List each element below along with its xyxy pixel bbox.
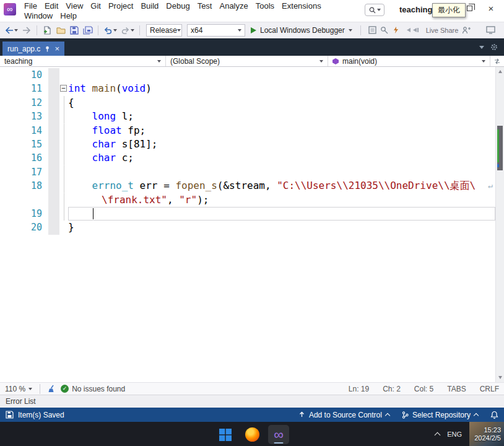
open-file-button[interactable] xyxy=(54,24,67,37)
code-line[interactable]: 16 char c; xyxy=(0,151,495,165)
close-button[interactable]: × xyxy=(478,0,504,17)
breakpoint-margin[interactable] xyxy=(48,110,59,123)
code-text[interactable]: errno_t err = fopen_s(&stream, "C:\\User… xyxy=(68,179,495,193)
code-text[interactable]: long l; xyxy=(68,110,495,123)
fold-collapse-icon[interactable]: − xyxy=(60,85,67,92)
code-line[interactable]: 13 long l; xyxy=(0,110,495,123)
code-cleanup-icon[interactable] xyxy=(48,385,56,393)
breakpoint-margin[interactable] xyxy=(48,82,59,95)
menu-extensions[interactable]: Extensions xyxy=(278,1,325,11)
breakpoint-margin[interactable] xyxy=(48,68,59,82)
code-text[interactable]: \frank.txt", "r"); xyxy=(68,193,495,207)
menu-project[interactable]: Project xyxy=(105,1,137,11)
tab-list-dropdown-icon[interactable] xyxy=(479,46,484,49)
indentation-indicator[interactable]: TABS xyxy=(447,385,466,393)
code-line[interactable]: 14 float fp; xyxy=(0,124,495,138)
live-share-icon[interactable] xyxy=(462,26,471,34)
menu-help[interactable]: Help xyxy=(56,11,80,21)
breakpoint-margin[interactable] xyxy=(48,96,59,110)
document-health-indicator[interactable]: ✓ No issues found xyxy=(61,385,125,393)
code-editor[interactable]: 1011−int main(void)12{13 long l;14 float… xyxy=(0,67,504,382)
tab-close-icon[interactable]: × xyxy=(54,46,59,52)
tab-run-app-c[interactable]: run_app.c × xyxy=(2,42,64,56)
menu-build[interactable]: Build xyxy=(137,1,162,11)
code-text[interactable]: { xyxy=(68,96,495,110)
vertical-scrollbar[interactable] xyxy=(495,67,504,382)
code-line[interactable]: 18 errno_t err = fopen_s(&stream, "C:\\U… xyxy=(0,179,495,193)
start-button[interactable] xyxy=(215,425,236,444)
code-line[interactable]: 12{ xyxy=(0,96,495,110)
configuration-combobox[interactable]: Release xyxy=(146,24,182,37)
scroll-up-icon[interactable] xyxy=(498,70,502,73)
hot-reload-icon[interactable] xyxy=(392,26,400,34)
taskbar-firefox-button[interactable] xyxy=(241,425,263,444)
code-text[interactable]: } xyxy=(68,221,495,234)
code-line[interactable]: 11−int main(void) xyxy=(0,82,495,95)
redo-button[interactable] xyxy=(119,24,136,37)
code-lines[interactable]: 1011−int main(void)12{13 long l;14 float… xyxy=(0,68,495,382)
code-text[interactable]: int main(void) xyxy=(68,82,495,95)
code-line[interactable]: 15 char s[81]; xyxy=(0,138,495,151)
menu-edit[interactable]: Edit xyxy=(41,1,62,11)
navigate-forward-button[interactable] xyxy=(20,24,33,37)
scope-dropdown[interactable]: (Global Scope) xyxy=(166,56,328,66)
live-share-label[interactable]: Live Share xyxy=(426,27,459,34)
add-to-source-control-button[interactable]: Add to Source Control xyxy=(298,411,389,419)
code-line[interactable]: 19 xyxy=(0,207,495,221)
clock-widget[interactable]: 15:23 2024/2/5 xyxy=(469,422,504,446)
breakpoint-margin[interactable] xyxy=(48,151,59,165)
find-in-files-icon[interactable] xyxy=(380,26,388,34)
breakpoint-margin[interactable] xyxy=(48,124,59,138)
member-dropdown[interactable]: main(void) xyxy=(328,56,490,66)
code-line[interactable]: 17 xyxy=(0,165,495,179)
tab-options-gear-icon[interactable] xyxy=(490,43,498,51)
taskbar-visual-studio-button[interactable]: ∞ xyxy=(268,425,289,444)
menu-analyze[interactable]: Analyze xyxy=(215,1,251,11)
search-box[interactable] xyxy=(365,4,385,16)
step-icons[interactable] xyxy=(404,26,420,34)
language-indicator[interactable]: ENG xyxy=(447,431,462,438)
screen-share-button[interactable] xyxy=(484,24,497,37)
menu-file[interactable]: File xyxy=(20,1,41,11)
column-indicator[interactable]: Col: 5 xyxy=(414,385,433,393)
code-text[interactable] xyxy=(68,68,495,82)
menu-debug[interactable]: Debug xyxy=(162,1,193,11)
code-line[interactable]: \frank.txt", "r"); xyxy=(0,193,495,207)
code-text[interactable]: char c; xyxy=(68,151,495,165)
breakpoint-margin[interactable] xyxy=(48,138,59,151)
breakpoint-margin[interactable] xyxy=(48,221,59,234)
pin-icon[interactable] xyxy=(45,46,50,52)
menu-view[interactable]: View xyxy=(62,1,87,11)
error-list-panel-header[interactable]: Error List xyxy=(0,395,504,408)
hidden-icons-chevron-icon[interactable] xyxy=(435,432,441,439)
undo-button[interactable] xyxy=(102,24,118,37)
solution-explorer-sync-icon[interactable] xyxy=(368,26,376,34)
menu-git[interactable]: Git xyxy=(87,1,105,11)
scroll-down-icon[interactable] xyxy=(498,376,502,379)
line-ending-indicator[interactable]: CRLF xyxy=(480,385,499,393)
new-file-button[interactable] xyxy=(41,24,53,37)
save-button[interactable] xyxy=(68,24,80,37)
menu-test[interactable]: Test xyxy=(194,1,216,11)
code-line[interactable]: 20} xyxy=(0,221,495,234)
navigate-back-button[interactable] xyxy=(4,24,19,37)
platform-combobox[interactable]: x64 xyxy=(187,24,245,37)
code-line[interactable]: 10 xyxy=(0,68,495,82)
code-text[interactable]: float fp; xyxy=(68,124,495,138)
menu-tools[interactable]: Tools xyxy=(252,1,278,11)
project-dropdown[interactable]: teaching xyxy=(0,56,166,66)
line-indicator[interactable]: Ln: 19 xyxy=(349,385,369,393)
character-indicator[interactable]: Ch: 2 xyxy=(383,385,401,393)
notifications-bell-icon[interactable] xyxy=(490,411,498,419)
start-debugging-button[interactable]: Local Windows Debugger xyxy=(246,24,357,37)
breakpoint-margin[interactable] xyxy=(48,179,59,193)
breakpoint-margin[interactable] xyxy=(48,165,59,179)
select-repository-button[interactable]: Select Repository xyxy=(402,411,478,419)
zoom-selector[interactable]: 110 % xyxy=(5,385,32,393)
code-text[interactable]: char s[81]; xyxy=(68,138,495,151)
breakpoint-margin[interactable] xyxy=(48,207,59,221)
menu-window[interactable]: Window xyxy=(20,11,56,21)
breakpoint-margin[interactable] xyxy=(48,193,59,207)
save-all-button[interactable] xyxy=(82,24,94,37)
code-text[interactable] xyxy=(68,165,495,179)
